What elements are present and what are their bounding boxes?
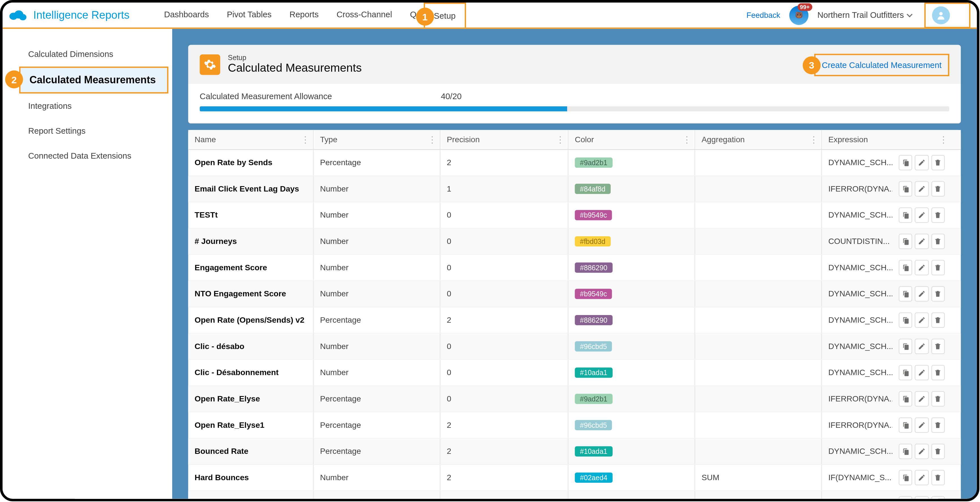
cell-color: #84af8d bbox=[568, 176, 695, 202]
delete-button[interactable] bbox=[931, 496, 945, 499]
copy-button[interactable] bbox=[899, 260, 912, 276]
cell-precision: 2 bbox=[441, 308, 568, 333]
feedback-link[interactable]: Feedback bbox=[747, 11, 780, 19]
delete-button[interactable] bbox=[931, 444, 945, 459]
cell-aggregation bbox=[695, 360, 822, 385]
edit-button[interactable] bbox=[915, 260, 928, 276]
col-precision[interactable]: Precision⋮ bbox=[441, 130, 568, 149]
delete-button[interactable] bbox=[931, 181, 945, 197]
cell-aggregation: SUM bbox=[695, 465, 822, 490]
copy-button[interactable] bbox=[899, 312, 912, 328]
edit-button[interactable] bbox=[915, 339, 928, 354]
cell-expression: DYNAMIC_SCH... bbox=[822, 438, 892, 464]
col-color[interactable]: Color⋮ bbox=[568, 130, 695, 149]
org-label: Northern Trail Outfitters bbox=[818, 10, 904, 20]
sidebar-item-connected-data-ext[interactable]: Connected Data Extensions bbox=[3, 143, 172, 168]
org-switcher[interactable]: Northern Trail Outfitters bbox=[818, 10, 913, 20]
edit-button[interactable] bbox=[915, 391, 928, 406]
user-zone-highlight bbox=[924, 2, 970, 28]
copy-button[interactable] bbox=[899, 234, 912, 249]
nav-pivot-tables[interactable]: Pivot Tables bbox=[218, 3, 280, 27]
nav-setup-label: Setup bbox=[434, 11, 456, 21]
content-area: Setup Calculated Measurements 3 Create C… bbox=[172, 29, 977, 499]
user-avatar[interactable] bbox=[932, 6, 950, 24]
nav-reports[interactable]: Reports bbox=[280, 3, 328, 27]
delete-button[interactable] bbox=[931, 339, 945, 354]
cell-expression: DYNAMIC_SCH... bbox=[822, 255, 892, 280]
copy-button[interactable] bbox=[899, 207, 912, 223]
copy-button[interactable] bbox=[899, 365, 912, 380]
allowance-label: Calculated Measurement Allowance bbox=[200, 91, 332, 101]
cell-aggregation bbox=[695, 386, 822, 412]
delete-button[interactable] bbox=[931, 286, 945, 301]
cell-name: Open Rate_Elyse bbox=[188, 386, 313, 412]
col-expression[interactable]: Expression⋮ bbox=[822, 130, 951, 149]
col-type[interactable]: Type⋮ bbox=[313, 130, 440, 149]
col-name[interactable]: Name⋮ bbox=[188, 130, 313, 149]
table-row: NTO Engagement ScoreNumber0#b9549cDYNAMI… bbox=[188, 281, 961, 308]
copy-button[interactable] bbox=[899, 181, 912, 197]
cell-actions bbox=[892, 438, 951, 464]
edit-button[interactable] bbox=[915, 496, 928, 499]
cell-precision: 0 bbox=[441, 255, 568, 280]
delete-button[interactable] bbox=[931, 234, 945, 249]
allowance-progress bbox=[200, 106, 949, 112]
delete-button[interactable] bbox=[931, 365, 945, 380]
notification-bell[interactable]: 🐻 99+ bbox=[789, 5, 808, 25]
cell-expression: IFERROR(DYNA... bbox=[822, 412, 892, 438]
edit-button[interactable] bbox=[915, 312, 928, 328]
edit-button[interactable] bbox=[915, 155, 928, 170]
edit-button[interactable] bbox=[915, 286, 928, 301]
copy-button[interactable] bbox=[899, 391, 912, 406]
callout-2: 2 bbox=[5, 70, 23, 88]
sidebar-item-calc-dimensions[interactable]: Calculated Dimensions bbox=[3, 41, 172, 67]
edit-button[interactable] bbox=[915, 181, 928, 197]
delete-button[interactable] bbox=[931, 207, 945, 223]
nav-cross-channel[interactable]: Cross-Channel bbox=[328, 3, 401, 27]
cell-name: Unique Emails bbox=[188, 491, 313, 499]
copy-button[interactable] bbox=[899, 339, 912, 354]
edit-button[interactable] bbox=[915, 418, 928, 433]
cell-aggregation bbox=[695, 308, 822, 333]
edit-button[interactable] bbox=[915, 365, 928, 380]
delete-button[interactable] bbox=[931, 470, 945, 485]
delete-button[interactable] bbox=[931, 312, 945, 328]
cell-precision: 2 bbox=[441, 412, 568, 438]
delete-button[interactable] bbox=[931, 260, 945, 276]
delete-button[interactable] bbox=[931, 155, 945, 170]
cell-precision: 2 bbox=[441, 465, 568, 490]
copy-button[interactable] bbox=[899, 470, 912, 485]
edit-button[interactable] bbox=[915, 470, 928, 485]
copy-button[interactable] bbox=[899, 155, 912, 170]
col-aggregation[interactable]: Aggregation⋮ bbox=[695, 130, 822, 149]
copy-button[interactable] bbox=[899, 496, 912, 499]
nav-dashboards[interactable]: Dashboards bbox=[155, 3, 218, 27]
cell-color: #fbd03d bbox=[568, 491, 695, 499]
copy-button[interactable] bbox=[899, 444, 912, 459]
edit-button[interactable] bbox=[915, 207, 928, 223]
edit-button[interactable] bbox=[915, 444, 928, 459]
cell-actions bbox=[892, 176, 951, 202]
delete-button[interactable] bbox=[931, 418, 945, 433]
create-calculated-measurement-link[interactable]: Create Calculated Measurement bbox=[814, 54, 949, 76]
cell-precision: 0 bbox=[441, 491, 568, 499]
cell-precision: 2 bbox=[441, 438, 568, 464]
table-row: Clic - DésabonnementNumber0#10ada1DYNAMI… bbox=[188, 360, 961, 386]
cell-color: #02aed4 bbox=[568, 465, 695, 490]
cell-expression: IFERROR(DYNA... bbox=[822, 386, 892, 412]
cell-precision: 2 bbox=[441, 150, 568, 175]
edit-button[interactable] bbox=[915, 234, 928, 249]
cell-aggregation bbox=[695, 229, 822, 254]
copy-button[interactable] bbox=[899, 286, 912, 301]
sidebar-item-calc-measurements[interactable]: Calculated Measurements bbox=[19, 67, 169, 94]
cell-precision: 1 bbox=[441, 176, 568, 202]
copy-button[interactable] bbox=[899, 418, 912, 433]
sidebar-item-report-settings[interactable]: Report Settings bbox=[3, 118, 172, 143]
cell-aggregation bbox=[695, 333, 822, 359]
delete-button[interactable] bbox=[931, 391, 945, 406]
sidebar-item-integrations[interactable]: Integrations bbox=[3, 94, 172, 118]
table-row: Open Rate (Opens/Sends) v2Percentage2#88… bbox=[188, 308, 961, 334]
nav-setup[interactable]: 1 Setup bbox=[424, 3, 466, 27]
cell-type: Percentage bbox=[313, 308, 440, 333]
cell-precision: 0 bbox=[441, 281, 568, 306]
